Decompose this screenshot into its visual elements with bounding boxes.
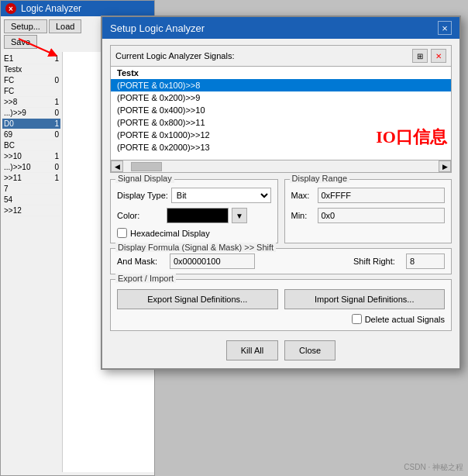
- signal-bc: BC: [2, 140, 60, 151]
- signal-11: >>111: [2, 173, 60, 184]
- min-label: Min:: [291, 211, 315, 220]
- signal-d0: D01: [2, 119, 60, 129]
- display-type-select[interactable]: Bit Analog: [171, 188, 271, 203]
- signals-header-label: Current Logic Analyzer Signals:: [115, 51, 234, 60]
- save-button[interactable]: Save: [4, 35, 37, 49]
- signal-list-item[interactable]: (PORTE & 0x400)>>10: [111, 104, 451, 116]
- import-button[interactable]: Import Signal Definitions...: [284, 289, 446, 309]
- signal-fc1: FC0: [2, 75, 60, 86]
- signal-list-item[interactable]: (PORTE & 0x1000)>>12: [111, 129, 451, 141]
- scrollbar-right-arrow[interactable]: ▶: [439, 160, 451, 172]
- hex-display-row: Hexadecimal Display: [117, 228, 271, 238]
- signals-header: Current Logic Analyzer Signals: ⊞ ✕: [111, 46, 451, 67]
- and-mask-input[interactable]: [170, 254, 255, 269]
- color-swatch[interactable]: [167, 208, 229, 223]
- middle-sections: Signal Display Display Type: Bit Analog …: [110, 179, 452, 243]
- formula-section: Display Formula (Signal & Mask) >> Shift…: [110, 248, 452, 274]
- signal-testx: Testx: [2, 64, 60, 75]
- signal-12: >>12: [2, 205, 60, 216]
- export-import-section: Export / Import Export Signal Definition…: [110, 279, 452, 331]
- display-range-section: Display Range Max: Min:: [284, 179, 453, 243]
- signals-list: Testx(PORTE & 0x100)>>8(PORTE & 0x200)>>…: [111, 67, 451, 160]
- and-mask-label: And Mask:: [117, 257, 163, 266]
- min-row: Min:: [291, 208, 446, 223]
- kill-all-button[interactable]: Kill All: [226, 340, 278, 360]
- delete-signals-checkbox[interactable]: [352, 314, 362, 324]
- dialog-body: Current Logic Analyzer Signals: ⊞ ✕ Test…: [102, 39, 459, 368]
- signal-e1: E11: [2, 53, 60, 64]
- signal-list-item[interactable]: (PORTE & 0x2000)>>13: [111, 141, 451, 153]
- display-type-row: Display Type: Bit Analog: [117, 188, 271, 203]
- bottom-buttons-row: Kill All Close: [110, 337, 452, 362]
- watermark: CSDN · 神秘之程: [404, 462, 463, 473]
- bg-close-icon[interactable]: ×: [5, 3, 16, 14]
- signals-delete-icon[interactable]: ✕: [431, 49, 446, 63]
- bg-signals-panel: E11 Testx FC0 FC >>81 ...)>>90 D01 690 B…: [1, 52, 63, 472]
- display-type-label: Display Type:: [117, 191, 168, 200]
- scrollbar-left-arrow[interactable]: ◀: [111, 160, 123, 172]
- signal-display-title: Signal Display: [115, 174, 174, 183]
- signal-10b: ...)>>100: [2, 162, 60, 173]
- delete-signals-label: Delete actual Signals: [365, 315, 445, 324]
- close-button[interactable]: Close: [284, 340, 336, 360]
- signals-edit-icon[interactable]: ⊞: [412, 49, 428, 63]
- color-dropdown-button[interactable]: ▼: [232, 208, 247, 223]
- bg-titlebar: × Logic Analyzer: [1, 1, 154, 16]
- display-range-title: Display Range: [290, 174, 350, 183]
- hex-display-label: Hexadecimal Display: [130, 229, 210, 238]
- export-button[interactable]: Export Signal Definitions...: [117, 289, 278, 309]
- signal-69: 690: [2, 129, 60, 140]
- export-import-buttons-row: Export Signal Definitions... Import Sign…: [117, 289, 445, 309]
- signal-display-section: Signal Display Display Type: Bit Analog …: [110, 179, 278, 243]
- signal-7: 7: [2, 184, 60, 195]
- max-input[interactable]: [318, 188, 446, 203]
- bg-title: Logic Analyzer: [21, 3, 81, 14]
- shift-right-input[interactable]: [406, 254, 445, 269]
- export-import-title: Export / Import: [115, 274, 176, 283]
- min-input[interactable]: [318, 208, 446, 223]
- signal-8: >>81: [2, 97, 60, 108]
- formula-title: Display Formula (Signal & Mask) >> Shift: [115, 243, 276, 252]
- dialog-title: Setup Logic Analyzer: [110, 22, 205, 34]
- hex-display-checkbox[interactable]: [117, 228, 127, 238]
- signal-list-item[interactable]: (PORTE & 0x100)>>8: [111, 79, 451, 91]
- scrollbar-track[interactable]: [123, 160, 439, 172]
- signal-list-item[interactable]: (PORTE & 0x200)>>9: [111, 91, 451, 104]
- signals-section: Current Logic Analyzer Signals: ⊞ ✕ Test…: [110, 45, 452, 173]
- signal-54: 54: [2, 195, 60, 205]
- dialog-titlebar: Setup Logic Analyzer ×: [102, 17, 459, 39]
- max-row: Max:: [291, 188, 446, 203]
- formula-row: And Mask: Shift Right:: [117, 254, 445, 269]
- setup-button[interactable]: Setup...: [4, 19, 47, 33]
- signal-list-item[interactable]: Testx: [111, 67, 451, 79]
- load-button[interactable]: Load: [49, 19, 81, 33]
- delete-row: Delete actual Signals: [117, 314, 445, 324]
- setup-dialog: Setup Logic Analyzer × Current Logic Ana…: [101, 16, 461, 370]
- dialog-close-button[interactable]: ×: [438, 21, 452, 35]
- color-label: Color:: [117, 211, 163, 220]
- shift-right-label: Shift Right:: [353, 257, 400, 266]
- signal-9: ...)>>90: [2, 108, 60, 119]
- color-row: Color: ▼: [117, 208, 271, 223]
- scrollbar-thumb[interactable]: [131, 162, 162, 171]
- max-label: Max:: [291, 191, 315, 200]
- scrollbar[interactable]: ◀ ▶: [111, 160, 451, 172]
- signal-list-item[interactable]: (PORTE & 0x800)>>11: [111, 116, 451, 129]
- signal-fc2: FC: [2, 86, 60, 97]
- signal-10: >>101: [2, 151, 60, 162]
- signals-header-icons: ⊞ ✕: [412, 49, 446, 63]
